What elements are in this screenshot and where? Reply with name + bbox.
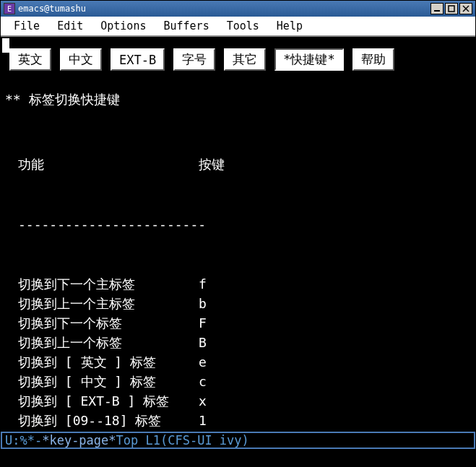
close-button[interactable] [459,3,472,14]
tab-extb[interactable]: EXT-B [111,48,165,71]
window-title: emacs@tumashu [18,4,430,14]
app-icon: E [4,3,15,14]
menu-buffers[interactable]: Buffers [155,17,217,35]
row-function: 切换到下一个标签 [18,313,199,333]
row-key: b [199,294,207,313]
tab-help[interactable]: 帮助 [352,48,394,71]
tab-english[interactable]: 英文 [9,48,51,71]
row-function: 切换到 [ EXT-B ] 标签 [18,391,199,411]
menu-file[interactable]: File [5,17,48,35]
table-row: 切换到 [ 中文 ] 标签c [18,372,471,391]
emacs-window: E emacs@tumashu File Edit Options Buffer… [0,0,476,467]
window-controls [430,3,472,14]
buffer-content[interactable]: 英文 中文 EXT-B 字号 其它 *快捷键* 帮助 ** 标签切换快捷键 功能… [1,37,475,432]
tab-other[interactable]: 其它 [224,48,266,71]
menu-edit[interactable]: Edit [48,17,92,35]
tab-shortcuts[interactable]: *快捷键* [274,48,343,71]
row-function: 切换到 [ 英文 ] 标签 [18,352,199,372]
tab-row: 英文 中文 EXT-B 字号 其它 *快捷键* 帮助 [1,37,475,77]
modeline-modes: (CFS-UI ivy) [160,433,249,448]
row-key: c [199,372,207,391]
table-row: 切换到上一个主标签b [18,294,471,313]
text-cursor [2,38,9,53]
minimize-button[interactable] [430,3,443,14]
row-key: 1 [199,411,207,430]
modeline: U:%*- *key-page* Top L1 (CFS-UI ivy) [1,432,475,449]
table-row: 切换到上一个标签B [18,333,471,352]
menu-tools[interactable]: Tools [218,17,268,35]
header-function: 功能 [18,154,199,174]
row-function: 切换到下一个主标签 [18,274,199,294]
table-row: 切换到 [ 英文 ] 标签e [18,352,471,372]
svg-rect-1 [449,6,454,12]
menu-options[interactable]: Options [92,17,155,35]
row-function: 切换到 [20--24] 标签 [18,430,199,432]
row-function: 切换到上一个主标签 [18,294,199,313]
tab-fontsize[interactable]: 字号 [173,48,215,71]
row-key: f [199,274,207,294]
table-row: 切换到下一个标签F [18,313,471,333]
titlebar: E emacs@tumashu [1,1,475,17]
row-key: x [199,391,207,411]
row-function: 切换到上一个标签 [18,333,199,352]
shortcut-table: 功能按键 ------------------------ 切换到下一个主标签f… [1,115,475,432]
table-row: 切换到下一个主标签f [18,274,471,294]
modeline-position: Top L1 [116,433,160,448]
header-key: 按键 [199,154,225,174]
section-title: ** 标签切换快捷键 [1,77,475,115]
row-function: 切换到 [ 中文 ] 标签 [18,372,199,391]
table-divider: ------------------------ [18,214,471,234]
modeline-status: U:%*- [5,433,42,448]
row-key: 2 [199,430,207,432]
row-key: B [199,333,207,352]
minibuffer[interactable] [1,449,475,466]
row-key: F [199,313,207,333]
maximize-button[interactable] [445,3,458,14]
table-row: 切换到 [09--18] 标签1 [18,411,471,430]
table-row: 切换到 [20--24] 标签2 [18,430,471,432]
table-header: 功能按键 [18,154,471,174]
tab-chinese[interactable]: 中文 [60,48,102,71]
table-row: 切换到 [ EXT-B ] 标签x [18,391,471,411]
menubar: File Edit Options Buffers Tools Help [1,17,475,37]
menu-help[interactable]: Help [268,17,311,35]
row-function: 切换到 [09--18] 标签 [18,411,199,430]
modeline-buffer: *key-page* [42,433,116,448]
row-key: e [199,352,207,372]
